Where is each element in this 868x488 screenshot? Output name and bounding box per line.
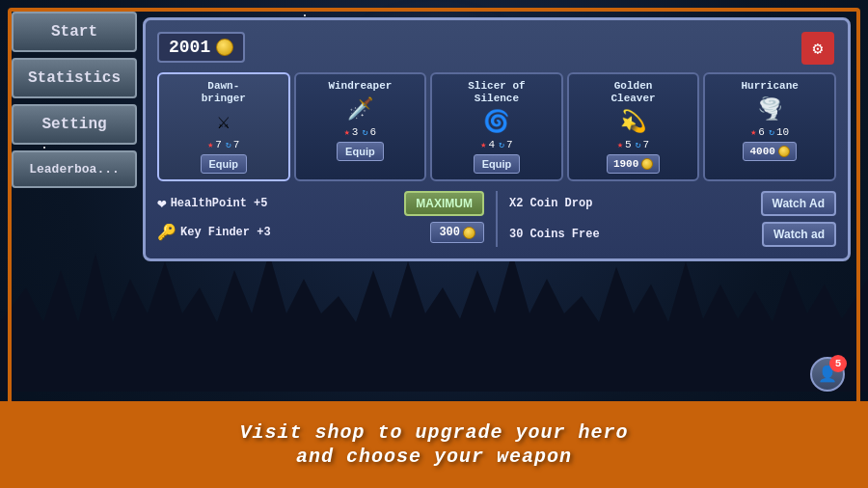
- equip-windreaper-button[interactable]: Equip: [337, 142, 384, 161]
- coin-icon: [778, 146, 790, 157]
- speed-icon: ↻: [499, 139, 504, 150]
- upgrades-section: ❤️ HealthPoint +5 MAXIMUM 🔑 Key Finder +…: [157, 191, 836, 247]
- attack-icon: ★: [344, 126, 350, 138]
- divider: [496, 191, 498, 247]
- right-upgrades: X2 Coin Drop Watch Ad 30 Coins Free Watc…: [509, 191, 836, 247]
- weapon-stats: ★ 7 ↻ 7: [207, 139, 239, 150]
- equip-slicer-button[interactable]: Equip: [474, 154, 521, 174]
- attack-icon: ★: [617, 139, 623, 150]
- weapon-card-hurricane: Hurricane 🌪️ ★ 6 ↻ 10 4000: [703, 72, 836, 181]
- bottom-banner: Visit shop to upgrade your hero and choo…: [0, 401, 868, 488]
- sidebar-item-setting[interactable]: Setting: [12, 104, 137, 145]
- weapon-name: Windreaper: [328, 80, 392, 93]
- weapon-stats: ★ 6 ↻ 10: [750, 126, 789, 138]
- notification-badge: 5: [829, 355, 847, 372]
- weapon-card-slicer: Slicer ofSilence 🌀 ★ 4 ↻ 7 Equip: [430, 72, 563, 181]
- key-icon: 🔑: [157, 223, 176, 242]
- coins-free-label: 30 Coins Free: [509, 228, 756, 241]
- left-upgrades: ❤️ HealthPoint +5 MAXIMUM 🔑 Key Finder +…: [157, 191, 484, 247]
- coin-display: 2001: [157, 32, 245, 63]
- speed-icon: ↻: [362, 126, 367, 138]
- coin-drop-label: X2 Coin Drop: [509, 197, 755, 210]
- equip-dawnbringer-button[interactable]: Equip: [201, 154, 248, 174]
- weapon-name: GoldenCleaver: [610, 80, 655, 105]
- settings-button[interactable]: ⚙: [801, 32, 834, 65]
- weapon-name: Hurricane: [741, 80, 798, 93]
- watch-ad-coins-free-button[interactable]: Watch ad: [762, 222, 836, 247]
- speed-icon: ↻: [769, 126, 774, 138]
- weapon-icon: 💫: [620, 109, 646, 135]
- speed-icon: ↻: [226, 139, 231, 150]
- weapon-icon: ⚔️: [217, 109, 230, 135]
- profile-button[interactable]: 👤 5: [810, 357, 845, 392]
- bottom-banner-line2: and choose your weapon: [296, 446, 572, 468]
- settings-icon: ⚙: [813, 38, 824, 59]
- key-upgrade-price-button[interactable]: 300: [430, 222, 484, 243]
- sidebar-item-statistics[interactable]: Statistics: [12, 58, 137, 98]
- weapon-name: Dawn-bringer: [202, 80, 246, 105]
- buy-hurricane-button[interactable]: 4000: [743, 142, 796, 161]
- health-upgrade-max-button[interactable]: MAXIMUM: [404, 191, 484, 216]
- weapon-icon: 🌀: [483, 109, 509, 135]
- coin-amount: 2001: [169, 38, 210, 57]
- health-upgrade-row: ❤️ HealthPoint +5 MAXIMUM: [157, 191, 484, 216]
- coin-icon: [216, 39, 233, 56]
- coin-icon: [463, 227, 475, 239]
- speed-icon: ↻: [636, 139, 641, 150]
- weapon-stats: ★ 5 ↻ 7: [617, 139, 649, 150]
- weapon-stats: ★ 3 ↻ 6: [344, 126, 376, 138]
- attack-icon: ★: [480, 139, 486, 150]
- coin-icon: [641, 158, 653, 170]
- heart-icon: ❤️: [157, 194, 167, 213]
- coins-free-row: 30 Coins Free Watch ad: [509, 222, 836, 247]
- watch-ad-coin-drop-button[interactable]: Watch Ad: [761, 191, 836, 216]
- weapon-card-windreaper: Windreaper 🗡️ ★ 3 ↻ 6 Equip: [294, 72, 427, 181]
- weapon-icon: 🌪️: [757, 96, 783, 122]
- sidebar-item-leaderboard[interactable]: Leaderboa...: [12, 150, 137, 188]
- bottom-banner-line1: Visit shop to upgrade your hero: [239, 421, 628, 444]
- notification-area: 👤 5: [810, 357, 845, 392]
- shop-panel: 2001 ⚙ Dawn-bringer ⚔️ ★ 7 ↻ 7 Equip: [143, 17, 851, 261]
- coin-drop-row: X2 Coin Drop Watch Ad: [509, 191, 836, 216]
- key-upgrade-label: 🔑 Key Finder +3: [157, 223, 424, 242]
- attack-icon: ★: [750, 126, 756, 138]
- weapon-name: Slicer ofSilence: [468, 80, 525, 105]
- weapon-card-golden-cleaver: GoldenCleaver 💫 ★ 5 ↻ 7 1900: [567, 72, 700, 181]
- key-upgrade-row: 🔑 Key Finder +3 300: [157, 222, 484, 243]
- weapon-icon: 🗡️: [347, 96, 373, 122]
- sidebar-item-start[interactable]: Start: [12, 12, 137, 52]
- weapon-stats: ★ 4 ↻ 7: [480, 139, 512, 150]
- buy-golden-cleaver-button[interactable]: 1900: [607, 154, 660, 174]
- weapon-card-dawnbringer: Dawn-bringer ⚔️ ★ 7 ↻ 7 Equip: [157, 72, 290, 181]
- weapons-row: Dawn-bringer ⚔️ ★ 7 ↻ 7 Equip Windreaper…: [157, 72, 836, 181]
- health-upgrade-label: ❤️ HealthPoint +5: [157, 194, 398, 213]
- attack-icon: ★: [207, 139, 213, 150]
- sidebar: Start Statistics Setting Leaderboa...: [12, 12, 137, 188]
